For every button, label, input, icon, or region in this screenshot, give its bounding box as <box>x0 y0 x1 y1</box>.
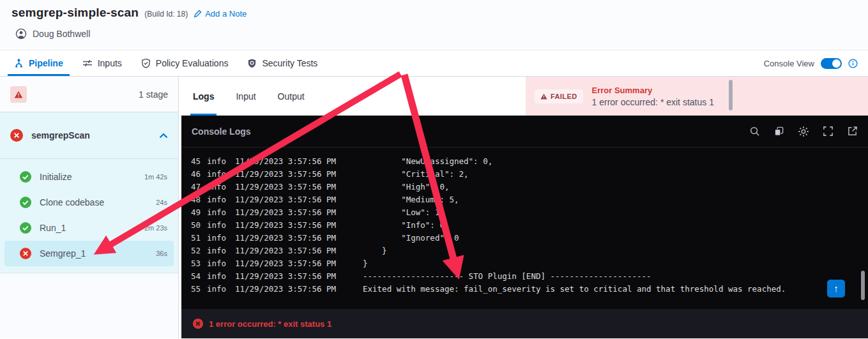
log-message: "Medium": 5, <box>363 193 459 206</box>
pipeline-icon <box>14 58 24 68</box>
step-label: Clone codebase <box>40 197 104 207</box>
error-summary-scrollbar[interactable] <box>729 80 733 110</box>
user-icon <box>15 28 27 40</box>
tab-label: Pipeline <box>29 58 63 68</box>
log-timestamp: 11/29/2023 3:57:56 PM <box>235 168 339 181</box>
tab-bar-right: Console View <box>764 50 858 76</box>
main-tab-bar: Pipeline Inputs Policy Evaluations Secur… <box>0 50 868 77</box>
log-timestamp: 11/29/2023 3:57:56 PM <box>235 245 339 257</box>
console-error-bar: 1 error occurred: * exit status 1 <box>181 309 868 338</box>
copy-icon[interactable] <box>773 126 784 137</box>
log-line: 47info11/29/2023 3:57:56 PM "High": 0, <box>181 181 868 193</box>
step-clone-codebase[interactable]: Clone codebase 24s <box>4 190 174 215</box>
log-line: 55info11/29/2023 3:57:56 PMExited with m… <box>181 283 868 296</box>
failed-badge: FAILED <box>535 89 583 103</box>
log-line-number: 46 <box>181 168 201 181</box>
scroll-to-top-button[interactable]: ↑ <box>827 280 845 298</box>
error-summary-panel: FAILED Error Summary 1 error occurred: *… <box>526 77 868 116</box>
step-duration: 36s <box>156 250 167 257</box>
log-level: info <box>207 245 226 257</box>
log-line: 50info11/29/2023 3:57:56 PM "Info": 0, <box>181 219 868 232</box>
tab-logs[interactable]: Logs <box>190 77 217 116</box>
tab-policy-evaluations[interactable]: Policy Evaluations <box>137 50 232 76</box>
log-timestamp: 11/29/2023 3:57:56 PM <box>235 206 339 219</box>
user-row: Doug Bothwell <box>15 28 857 40</box>
step-semgrep-1[interactable]: Semgrep_1 36s <box>4 241 174 266</box>
search-icon[interactable] <box>749 126 760 137</box>
fullscreen-icon[interactable] <box>823 126 834 137</box>
warning-triangle-icon <box>540 93 547 100</box>
gear-icon[interactable] <box>798 126 809 137</box>
console-view-label: Console View <box>764 59 814 68</box>
external-link-icon[interactable] <box>847 126 858 137</box>
add-note-label: Add a Note <box>205 9 247 19</box>
log-line: 49info11/29/2023 3:57:56 PM "Low": 1, <box>181 206 868 219</box>
inputs-icon <box>82 59 93 68</box>
error-summary-text: Error Summary 1 error occurred: * exit s… <box>592 86 714 107</box>
log-line: 52info11/29/2023 3:57:56 PM } <box>181 245 868 257</box>
log-message: --------------------- STO Plugin [END] -… <box>363 270 651 283</box>
stage-count: 1 stage <box>139 89 168 100</box>
log-level: info <box>207 270 226 283</box>
log-line-number: 48 <box>181 193 201 206</box>
tab-input[interactable]: Input <box>233 77 258 116</box>
log-line: 51info11/29/2023 3:57:56 PM "Ignored": 0 <box>181 232 868 245</box>
stage-header-semgrepscan[interactable]: semgrepScan <box>0 112 178 158</box>
log-timestamp: 11/29/2023 3:57:56 PM <box>235 181 339 193</box>
info-icon[interactable] <box>848 59 858 68</box>
log-message: "High": 0, <box>363 181 449 193</box>
failed-badge-label: FAILED <box>551 93 577 100</box>
log-timestamp: 11/29/2023 3:57:56 PM <box>235 193 339 206</box>
log-message: } <box>363 257 368 270</box>
log-line: 45info11/29/2023 3:57:56 PM "NewUnassign… <box>181 155 868 168</box>
failed-circle-icon <box>20 248 31 259</box>
sidebar-empty-area <box>0 273 178 338</box>
log-level: info <box>207 206 226 219</box>
tab-label: Input <box>236 91 255 102</box>
error-summary-title: Error Summary <box>592 86 714 95</box>
console-scrollbar[interactable] <box>861 271 865 300</box>
console-view-toggle[interactable] <box>821 58 842 69</box>
stage-name: semgrepScan <box>31 130 90 140</box>
tab-output[interactable]: Output <box>275 77 307 116</box>
title-row: semgrep-simple-scan (Build Id: 18) Add a… <box>11 4 857 22</box>
success-icon <box>20 171 31 183</box>
error-circle-icon <box>193 319 203 329</box>
log-level: info <box>207 155 226 168</box>
tab-inputs[interactable]: Inputs <box>79 50 126 76</box>
security-shield-icon <box>247 58 257 68</box>
stage-warning-chip[interactable] <box>10 86 27 103</box>
step-initialize[interactable]: Initialize 1m 42s <box>4 164 174 190</box>
console-toolbar <box>749 126 858 137</box>
pencil-icon <box>194 10 202 18</box>
log-timestamp: 11/29/2023 3:57:56 PM <box>235 219 339 232</box>
step-label: Run_1 <box>40 223 66 233</box>
add-note-button[interactable]: Add a Note <box>194 8 247 19</box>
log-line-number: 49 <box>181 206 201 219</box>
log-level: info <box>207 181 226 193</box>
log-line-number: 50 <box>181 219 201 232</box>
tab-label: Logs <box>193 91 214 102</box>
step-label: Initialize <box>40 172 72 182</box>
step-duration: 24s <box>156 199 167 206</box>
build-header: semgrep-simple-scan (Build Id: 18) Add a… <box>0 0 868 50</box>
log-message: "Ignored": 0 <box>363 232 459 245</box>
log-timestamp: 11/29/2023 3:57:56 PM <box>235 283 339 296</box>
tab-security-tests[interactable]: Security Tests <box>243 50 321 76</box>
console-title: Console Logs <box>192 126 251 137</box>
log-message: "Low": 1, <box>363 206 445 219</box>
log-line-number: 53 <box>181 257 201 270</box>
log-line: 54info11/29/2023 3:57:56 PM-------------… <box>181 270 868 283</box>
failed-circle-icon <box>10 129 23 142</box>
build-id: (Build Id: 18) <box>144 8 188 19</box>
step-duration: 2m 23s <box>144 224 167 232</box>
chevron-up-icon[interactable] <box>159 133 168 139</box>
step-run-1[interactable]: Run_1 2m 23s <box>4 215 174 241</box>
stage-section: semgrepScan Initialize 1m 42s <box>0 112 178 273</box>
log-message: "Critical": 2, <box>363 168 469 181</box>
console-log-area[interactable]: 45info11/29/2023 3:57:56 PM "NewUnassign… <box>181 147 868 309</box>
console-error-message: 1 error occurred: * exit status 1 <box>209 319 331 329</box>
content: 1 stage semgrepScan <box>0 77 868 338</box>
tab-pipeline[interactable]: Pipeline <box>10 50 67 76</box>
log-level: info <box>207 219 226 232</box>
